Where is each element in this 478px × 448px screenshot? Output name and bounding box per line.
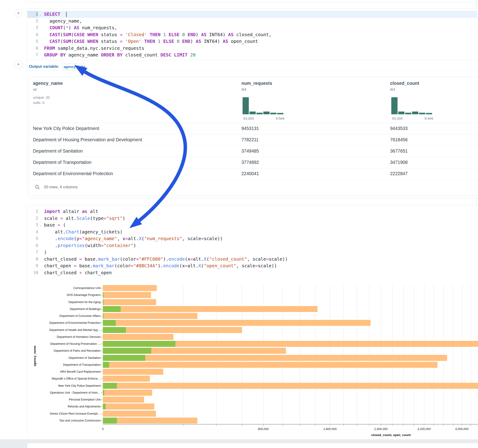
gridline	[357, 285, 357, 424]
code-line-9[interactable]: 9chart_open = base.mark_bar(color="#8BC3…	[27, 262, 477, 269]
histogram-min-label-closed: 53,304	[392, 116, 403, 120]
output-row-divider	[27, 70, 477, 70]
code-text: SELECT	[43, 12, 67, 17]
python-editor[interactable]: 1import altair as alt2scale = alt.Scale(…	[27, 208, 477, 276]
gridline	[344, 285, 344, 424]
search-icon[interactable]	[35, 184, 40, 190]
code-line-7[interactable]: 7GROUP BY agency_name ORDER BY closed_co…	[27, 52, 477, 59]
fold-chevron-icon[interactable]: ⌄	[38, 13, 43, 16]
code-line-6[interactable]: 6FROM sample_data.nyc.service_requests	[27, 45, 477, 52]
x-axis-tick	[424, 424, 424, 426]
x-axis-tick	[381, 424, 381, 426]
output-variable-pill[interactable]: agency_tickets	[62, 64, 85, 70]
line-number: 10	[27, 269, 38, 276]
code-line-6[interactable]: 6 .properties(width="container")	[27, 242, 477, 249]
code-line-7[interactable]: 7)	[27, 249, 477, 256]
code-line-5[interactable]: 5 .encode(y="agency_name", x=alt.X("num_…	[27, 235, 477, 242]
row-divider	[29, 134, 478, 134]
gridline	[330, 285, 330, 424]
open-count-bar	[103, 355, 145, 361]
gridline	[381, 285, 381, 424]
code-line-10[interactable]: 10chart_closed + chart_open	[27, 269, 477, 276]
cell-num_requests: 3749485	[241, 148, 259, 154]
code-line-2[interactable]: 2scale = alt.Scale(type="sqrt")	[27, 215, 477, 222]
histogram-max-label-closed: 9.4e6	[425, 116, 433, 120]
y-axis-label: Department of Consumer Affairs	[34, 314, 101, 317]
column-header-closed-count[interactable]: closed_count	[390, 81, 419, 86]
code-text: agency_name,	[43, 19, 82, 24]
y-axis-label: Department of Homeless Services	[34, 335, 101, 339]
row-divider	[29, 168, 478, 168]
line-number: 1	[27, 11, 38, 18]
line-number: 4	[27, 31, 38, 38]
code-line-8[interactable]: 8chart_closed = base.mark_bar(color="#FF…	[27, 256, 477, 263]
closed-count-bar	[103, 417, 197, 423]
y-axis-label: Mayorâ€ s Office of Special Enforce…	[34, 377, 101, 380]
cell-num_requests: 9453131	[241, 126, 259, 131]
add-cell-button-output[interactable]: +	[14, 60, 23, 69]
x-axis-tick	[357, 424, 357, 426]
code-line-1[interactable]: 1import altair as alt	[27, 208, 477, 215]
x-axis-tick	[434, 424, 434, 426]
histogram-min-label-num: 53,304	[243, 116, 254, 120]
y-axis-label: Refunds and Adjustments	[34, 405, 101, 408]
closed-count-bar	[103, 376, 150, 382]
histogram-max-label-num: 9.5e6	[276, 116, 284, 120]
sql-editor[interactable]: 1⌄SELECT 2 agency_name,3 COUNT(*) AS num…	[27, 11, 477, 59]
y-axis-label: Department of Health and Mental Hyg…	[34, 328, 101, 332]
code-line-4[interactable]: 4 alt.Chart(agency_tickets)	[27, 229, 477, 236]
y-axis-tick	[101, 316, 103, 316]
column-header-num-requests[interactable]: num_requests	[241, 81, 272, 86]
y-axis-tick	[101, 309, 103, 309]
code-line-3[interactable]: 3⌄base = (	[27, 222, 477, 229]
x-axis-tick	[414, 424, 414, 426]
fold-chevron-icon[interactable]: ⌄	[38, 224, 43, 227]
x-axis-tick	[443, 424, 444, 426]
open-count-bar	[103, 390, 104, 396]
code-text: CAST(SUM(CASE WHEN status = 'Open' THEN …	[43, 39, 258, 44]
y-axis-tick	[101, 372, 103, 372]
closed-count-bar	[103, 397, 144, 403]
next-cell-edge	[27, 443, 478, 448]
gridline	[369, 285, 369, 424]
line-number: 3	[27, 222, 38, 229]
code-text: import altair as alt	[43, 209, 98, 214]
code-line-1[interactable]: 1⌄SELECT	[27, 11, 477, 18]
open-count-bar	[103, 306, 121, 312]
line-number: 8	[27, 256, 38, 263]
code-line-4[interactable]: 4 CAST(SUM(CASE WHEN status = 'Closed' T…	[27, 31, 477, 38]
gridline	[414, 285, 414, 424]
column-header-agency-name[interactable]: agency_name	[33, 81, 63, 86]
y-axis-tick	[101, 330, 103, 330]
gridline	[462, 285, 462, 424]
gridline	[424, 285, 424, 424]
code-text: .encode(y="agency_name", x=alt.X("num_re…	[43, 236, 223, 241]
column-stat-unique: unique: 20	[33, 95, 50, 100]
gridline	[242, 285, 242, 424]
line-number: 3	[27, 25, 38, 31]
histogram-bar	[263, 112, 270, 114]
closed-count-bar	[103, 334, 173, 340]
gridline	[283, 285, 283, 424]
previous-cell-edge	[25, 0, 478, 2]
code-text: chart_closed = base.mark_bar(color="#FFC…	[43, 256, 288, 262]
histogram-bar	[405, 113, 411, 114]
add-cell-button-top[interactable]: +	[14, 9, 23, 18]
code-line-2[interactable]: 2 agency_name,	[27, 18, 477, 25]
code-text: base = (	[43, 222, 66, 228]
y-axis-label: Department of Sanitation	[34, 356, 101, 360]
y-axis-tick	[101, 379, 103, 379]
closed-count-bar	[103, 355, 447, 361]
gridline	[392, 285, 392, 424]
closed-count-bar	[103, 404, 154, 410]
x-axis-tick-label: 2,400,000	[374, 427, 388, 431]
closed-count-bar	[103, 299, 156, 305]
code-text: FROM sample_data.nyc.service_requests	[43, 46, 144, 51]
open-count-bar	[103, 362, 109, 368]
code-line-5[interactable]: 5 CAST(SUM(CASE WHEN status = 'Open' THE…	[27, 38, 477, 45]
y-axis-tick	[101, 406, 103, 407]
histogram-bar	[250, 112, 256, 114]
x-axis-title: closed_count, open_count	[371, 433, 411, 437]
code-line-3[interactable]: 3 COUNT(*) AS num_requests,	[27, 25, 477, 31]
y-axis-tick	[101, 288, 103, 288]
